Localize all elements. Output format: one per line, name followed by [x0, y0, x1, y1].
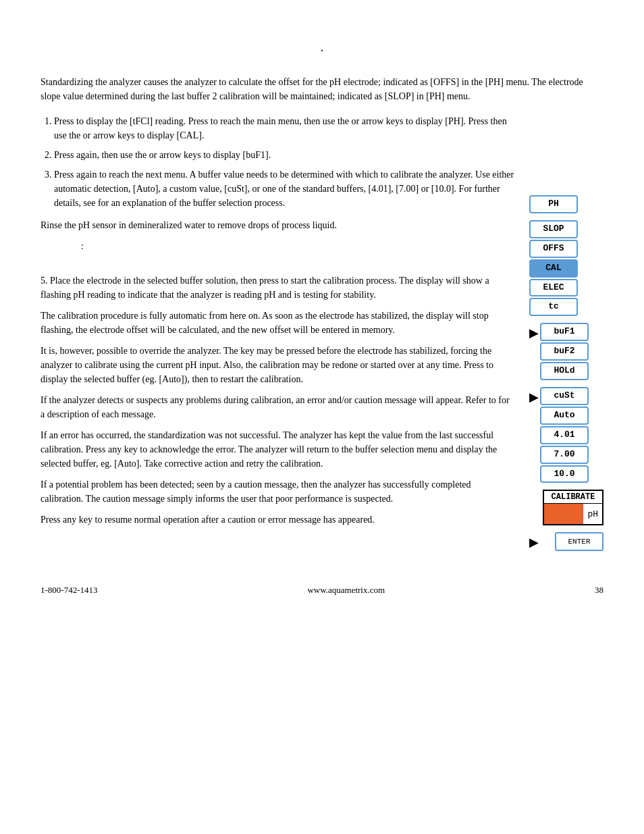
rinse-text: Rinse the pH sensor in demineralized wat… — [41, 218, 516, 232]
calibrate-label: CALIBRATE — [544, 491, 602, 504]
btn-100[interactable]: 10.0 — [540, 465, 589, 484]
calibrate-btn[interactable]: CALIBRATE pH — [543, 490, 603, 525]
main-content: Press to display the [tFCl] reading. Pre… — [41, 114, 516, 558]
calibrate-ph-label: pH — [583, 504, 602, 524]
step-5-text: 5. Place the electrode in the selected b… — [41, 273, 516, 302]
calibrate-section: CALIBRATE pH — [529, 490, 603, 525]
btn-cal[interactable]: CAL — [529, 259, 578, 278]
para6: Press any key to resume normal operation… — [41, 513, 516, 527]
btn-auto[interactable]: Auto — [540, 407, 589, 425]
btn-elec[interactable]: ELEC — [529, 279, 578, 297]
calibrate-orange-area — [544, 504, 583, 524]
step-2: Press again, then use the or arrow keys … — [54, 148, 516, 162]
btn-hold[interactable]: HOLd — [540, 362, 589, 380]
footer-website: www.aquametrix.com — [307, 585, 385, 596]
sidebar-group-menu: SLOP OFFS CAL ELEC tc — [529, 220, 603, 316]
para4: If an error has occurred, the standardiz… — [41, 428, 516, 471]
sidebar-group-enter: ▶ ENTER — [529, 532, 603, 551]
para2: It is, however, possible to override the… — [41, 344, 516, 386]
btn-offs[interactable]: OFFS — [529, 240, 578, 258]
footer: 1-800-742-1413 www.aquametrix.com 38 — [41, 585, 603, 596]
intro-paragraph: Standardizing the analyzer causes the an… — [41, 75, 603, 103]
para3: If the analyzer detects or suspects any … — [41, 393, 516, 421]
colon-line: : — [81, 239, 516, 253]
btn-buf1[interactable]: buF1 — [540, 323, 589, 341]
sidebar-group-bufvals: ▶ cuSt Auto 4.01 7.00 10.0 — [529, 387, 603, 483]
btn-cust[interactable]: cuSt — [540, 387, 589, 405]
btn-tc[interactable]: tc — [529, 298, 578, 316]
arrow-enter-icon: ▶ — [529, 535, 539, 550]
page-dot: . — [41, 41, 603, 55]
footer-phone: 1-800-742-1413 — [41, 585, 98, 596]
steps-list: Press to display the [tFCl] reading. Pre… — [41, 114, 516, 210]
sidebar: PH SLOP OFFS CAL ELEC tc ▶ buF1 buF2 HOL… — [529, 114, 603, 558]
btn-401[interactable]: 4.01 — [540, 426, 589, 444]
btn-700[interactable]: 7.00 — [540, 446, 589, 464]
step-1: Press to display the [tFCl] reading. Pre… — [54, 114, 516, 142]
btn-enter[interactable]: ENTER — [555, 532, 603, 551]
para1: The calibration procedure is fully autom… — [41, 309, 516, 337]
btn-buf2[interactable]: buF2 — [540, 342, 589, 361]
para5: If a potential problem has been detected… — [41, 477, 516, 506]
arrow-buf-icon: ▶ — [529, 325, 539, 340]
btn-slop[interactable]: SLOP — [529, 220, 578, 238]
arrow-bufvals-icon: ▶ — [529, 390, 539, 405]
sidebar-group-buf: ▶ buF1 buF2 HOLd — [529, 323, 603, 380]
footer-page-num: 38 — [595, 585, 603, 596]
btn-ph[interactable]: PH — [529, 195, 578, 213]
sidebar-group-ph: PH — [529, 195, 603, 213]
step-3: Press again to reach the next menu. A bu… — [54, 167, 516, 210]
